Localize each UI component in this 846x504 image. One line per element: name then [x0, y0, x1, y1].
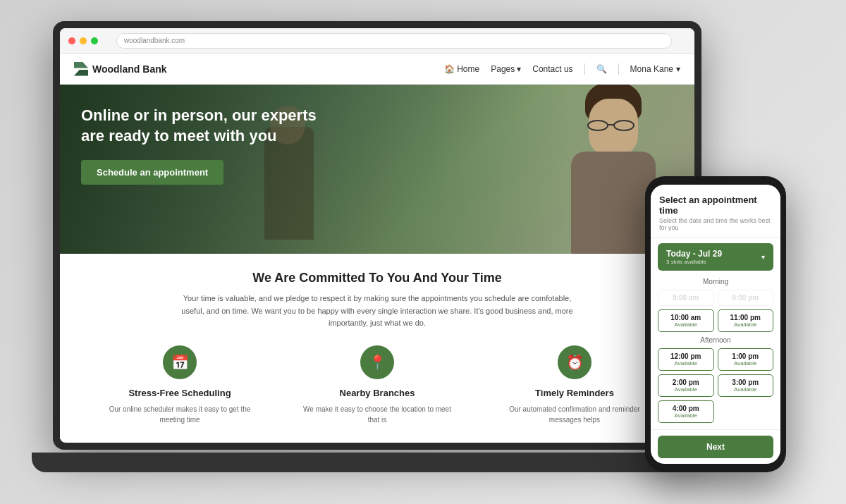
nav-logo: Woodland Bank [74, 62, 167, 76]
website: Woodland Bank 🏠 Home Pages ▾ [60, 54, 694, 443]
scene: woodlandbank.com Woodland Bank [0, 0, 846, 504]
browser-close-dot [68, 37, 75, 44]
laptop-base [32, 453, 723, 472]
morning-label: Morning [658, 278, 773, 285]
date-chevron-icon: ▾ [761, 253, 765, 261]
nav-home-link[interactable]: 🏠 Home [444, 64, 479, 74]
time-slot-9pm[interactable]: 9:00 pm [718, 290, 774, 306]
nav-user[interactable]: Mona Kane ▾ [630, 64, 680, 74]
time-slot-1pm-text: 1:00 pm [723, 352, 769, 360]
browser-url-bar[interactable]: woodlandbank.com [116, 33, 672, 49]
feature-branches: 📍 Nearby Branches We make it easy to cho… [300, 345, 455, 425]
time-slot-8am[interactable]: 8:00 am [658, 290, 714, 306]
time-slot-3pm[interactable]: 3:00 pm Available [718, 374, 774, 397]
nav-pages-link[interactable]: Pages ▾ [491, 64, 521, 74]
hero-content: Online or in person, our experts are rea… [60, 85, 356, 206]
laptop-body: woodlandbank.com Woodland Bank [53, 21, 701, 450]
reminders-icon: ⏰ [558, 345, 591, 379]
phone-footer: Next [651, 429, 780, 464]
time-slot-1pm[interactable]: 1:00 pm Available [718, 348, 774, 371]
logo-bottom [74, 70, 88, 76]
reminders-title: Timely Reminders [497, 388, 652, 398]
browser-minimize-dot [80, 37, 87, 44]
phone-body: Today - Jul 29 3 slots available ▾ Morni… [651, 238, 780, 429]
phone: Select an appointment time Select the da… [645, 176, 786, 472]
time-slot-4pm-text: 4:00 pm [663, 405, 709, 412]
time-slot-11pm-status: Available [723, 321, 769, 328]
laptop: woodlandbank.com Woodland Bank [53, 21, 701, 472]
date-label: Today - Jul 29 [666, 249, 722, 259]
user-chevron-icon: ▾ [676, 64, 680, 74]
features-list: 📅 Stress-Free Scheduling Our online sche… [74, 345, 680, 425]
date-slots: 3 slots available [666, 259, 722, 265]
hero-title: Online or in person, our experts are rea… [81, 106, 335, 146]
scheduling-icon: 📅 [163, 345, 197, 379]
feature-scheduling: 📅 Stress-Free Scheduling Our online sche… [102, 345, 257, 425]
section-description: Your time is valuable, and we pledge to … [180, 293, 575, 330]
hero-section: Online or in person, our experts are rea… [60, 85, 694, 254]
home-icon: 🏠 [444, 64, 455, 74]
time-slot-11pm-text: 11:00 pm [723, 314, 769, 321]
chevron-down-icon: ▾ [517, 64, 521, 74]
browser-bar: woodlandbank.com [60, 28, 694, 54]
time-slot-12pm[interactable]: 12:00 pm Available [658, 348, 714, 371]
time-slot-12pm-text: 12:00 pm [663, 352, 709, 360]
time-slot-1pm-status: Available [723, 360, 769, 367]
time-slot-10am[interactable]: 10:00 am Available [658, 309, 714, 332]
brand-name: Woodland Bank [92, 63, 167, 75]
branches-icon: 📍 [360, 345, 394, 379]
afternoon-label: Afternoon [658, 336, 773, 344]
logo-top [74, 62, 88, 68]
time-slot-4pm-status: Available [663, 412, 709, 419]
time-slot-10am-status: Available [663, 321, 709, 328]
content-section: We Are Committed To You And Your Time Yo… [60, 254, 694, 439]
schedule-appointment-button[interactable]: Schedule an appointment [81, 160, 223, 185]
branches-title: Nearby Branches [300, 388, 455, 398]
browser-maximize-dot [91, 37, 98, 44]
nav-divider [584, 63, 585, 75]
time-slot-10am-text: 10:00 am [663, 314, 709, 321]
nav-contact-link[interactable]: Contact us [532, 64, 572, 74]
time-slot-4pm[interactable]: 4:00 pm Available [658, 400, 714, 423]
phone-header: Select an appointment time Select the da… [651, 185, 780, 238]
scheduling-description: Our online scheduler makes it easy to ge… [102, 404, 257, 425]
search-icon[interactable]: 🔍 [596, 64, 607, 74]
phone-title: Select an appointment time [659, 195, 772, 216]
afternoon-time-grid: 12:00 pm Available 1:00 pm Available 2:0… [658, 348, 773, 423]
phone-subtitle: Select the date and time the works best … [659, 217, 772, 231]
scheduling-title: Stress-Free Scheduling [102, 388, 257, 398]
logo-icon [74, 62, 88, 76]
time-slot-12pm-status: Available [663, 360, 709, 367]
time-slot-11pm[interactable]: 11:00 pm Available [718, 309, 774, 332]
morning-time-grid: 8:00 am 9:00 pm 10:00 am Available 11:00… [658, 290, 773, 332]
laptop-screen: woodlandbank.com Woodland Bank [60, 28, 694, 443]
nav-links: 🏠 Home Pages ▾ Contact us 🔍 [444, 63, 680, 75]
date-selector[interactable]: Today - Jul 29 3 slots available ▾ [658, 243, 773, 271]
reminders-description: Our automated confirmation and reminder … [497, 404, 652, 425]
time-slot-9pm-text: 9:00 pm [723, 294, 769, 302]
feature-reminders: ⏰ Timely Reminders Our automated confirm… [497, 345, 652, 425]
time-slot-8am-text: 8:00 am [663, 294, 709, 302]
time-slot-2pm[interactable]: 2:00 pm Available [658, 374, 714, 397]
next-button[interactable]: Next [658, 436, 773, 458]
time-slot-3pm-status: Available [723, 386, 769, 393]
time-slot-3pm-text: 3:00 pm [723, 379, 769, 386]
nav-divider-2 [618, 63, 619, 75]
section-title: We Are Committed To You And Your Time [74, 271, 680, 285]
navigation: Woodland Bank 🏠 Home Pages ▾ [60, 54, 694, 85]
branches-description: We make it easy to choose the location t… [300, 404, 455, 425]
phone-screen: Select an appointment time Select the da… [651, 185, 780, 464]
time-slot-2pm-text: 2:00 pm [663, 379, 709, 386]
time-slot-2pm-status: Available [663, 386, 709, 393]
